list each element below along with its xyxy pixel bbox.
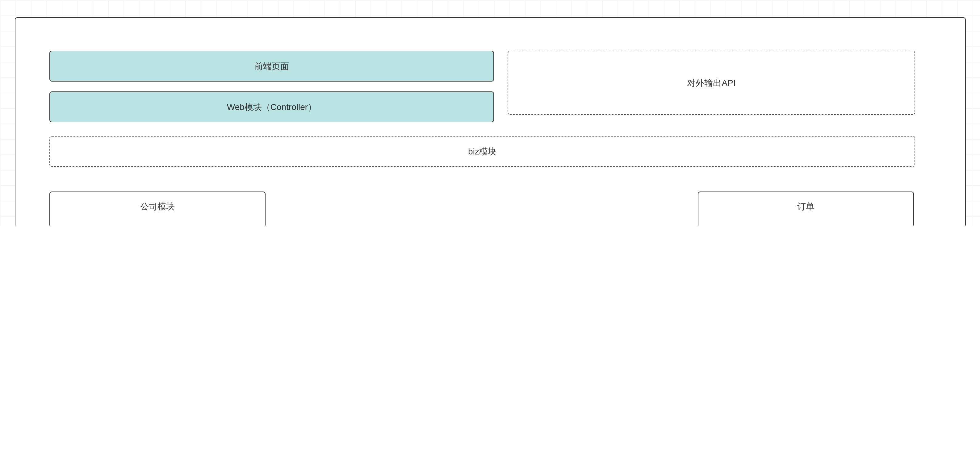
biz-module-label: biz模块 xyxy=(468,146,496,157)
external-api-box: 对外输出API xyxy=(508,51,915,115)
frontend-page-label: 前端页面 xyxy=(255,61,289,72)
external-api-label: 对外输出API xyxy=(687,77,735,88)
company-module-title-label: 公司模块 xyxy=(140,201,175,212)
order-module-title: 订单 xyxy=(698,194,914,219)
biz-module-box: biz模块 xyxy=(49,136,915,167)
web-module-box: Web模块（Controller） xyxy=(49,91,494,122)
frontend-page-box: 前端页面 xyxy=(49,51,494,81)
company-module-title: 公司模块 xyxy=(49,194,266,219)
web-module-label: Web模块（Controller） xyxy=(227,101,317,112)
order-module-title-label: 订单 xyxy=(797,201,815,212)
